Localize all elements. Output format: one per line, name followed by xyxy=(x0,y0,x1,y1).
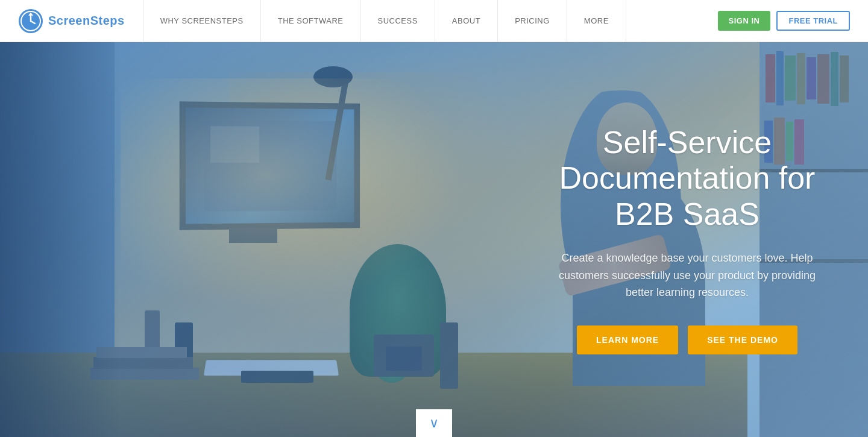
hero-dark-left xyxy=(0,42,121,437)
nav-item-success[interactable]: SUCCESS xyxy=(361,0,435,42)
logo-screen: Screen xyxy=(48,14,90,27)
nav-item-pricing[interactable]: PRICING xyxy=(498,0,567,42)
chevron-down-icon: ∨ xyxy=(429,415,439,431)
nav-item-the-software[interactable]: THE SOFTWARE xyxy=(261,0,361,42)
hero-title: Self-Service Documentation for B2B SaaS xyxy=(555,125,820,233)
hero-subtitle: Create a knowledge base your customers l… xyxy=(555,250,820,301)
nav-item-about[interactable]: ABOUT xyxy=(435,0,498,42)
hero-light-center xyxy=(121,78,482,319)
see-demo-button[interactable]: SEE THE DEMO xyxy=(688,325,797,354)
hero-content: Self-Service Documentation for B2B SaaS … xyxy=(555,125,820,355)
nav-item-why-screensteps[interactable]: WHY SCREENSTEPS xyxy=(143,0,261,42)
sign-in-button[interactable]: SIGN IN xyxy=(718,11,771,31)
free-trial-button[interactable]: FREE TRIAL xyxy=(776,11,850,31)
hero-section: Self-Service Documentation for B2B SaaS … xyxy=(0,42,868,437)
hero-buttons: LEARN MORE SEE THE DEMO xyxy=(555,325,820,354)
navbar-actions: SIGN IN FREE TRIAL xyxy=(718,11,850,31)
logo-text: ScreenSteps xyxy=(48,14,125,28)
scroll-down-arrow[interactable]: ∨ xyxy=(416,409,452,437)
logo-steps: Steps xyxy=(90,14,125,27)
logo[interactable]: ScreenSteps xyxy=(18,8,125,34)
main-nav: WHY SCREENSTEPS THE SOFTWARE SUCCESS ABO… xyxy=(143,0,718,42)
learn-more-button[interactable]: LEARN MORE xyxy=(577,325,678,354)
logo-icon xyxy=(18,8,43,34)
nav-item-more[interactable]: MORE xyxy=(567,0,626,42)
navbar: ScreenSteps WHY SCREENSTEPS THE SOFTWARE… xyxy=(0,0,868,42)
